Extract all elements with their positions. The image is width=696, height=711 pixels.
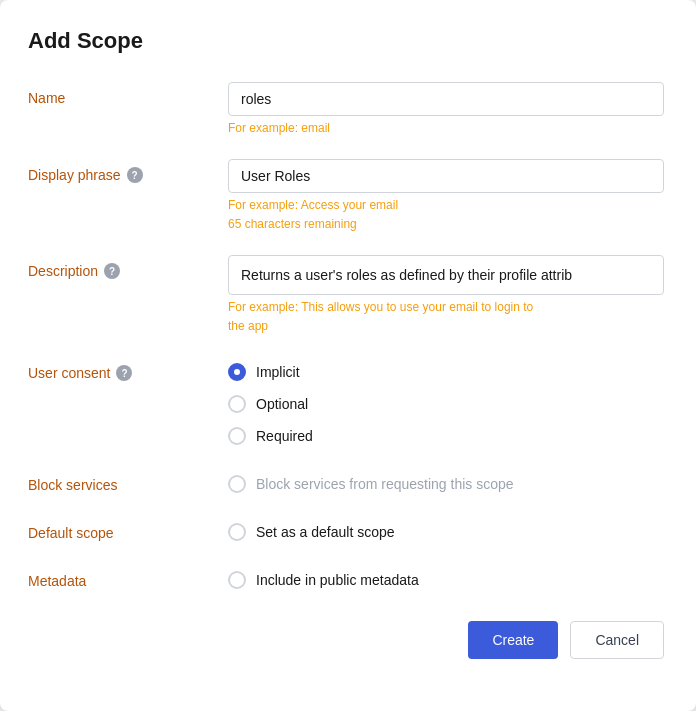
radio-implicit-label: Implicit — [256, 364, 300, 380]
metadata-checkbox — [228, 571, 246, 589]
block-services-field: Block services from requesting this scop… — [228, 469, 664, 493]
name-hint: For example: email — [228, 121, 664, 135]
block-services-checkbox-item[interactable]: Block services from requesting this scop… — [228, 469, 664, 493]
user-consent-field: Implicit Optional Required — [228, 357, 664, 445]
default-scope-label: Default scope — [28, 517, 228, 541]
description-field: For example: This allows you to use your… — [228, 255, 664, 333]
metadata-checkbox-label: Include in public metadata — [256, 572, 419, 588]
display-phrase-field: For example: Access your email 65 charac… — [228, 159, 664, 231]
default-scope-checkbox — [228, 523, 246, 541]
description-hint1: For example: This allows you to use your… — [228, 300, 664, 314]
radio-implicit-indicator — [228, 363, 246, 381]
cancel-button[interactable]: Cancel — [570, 621, 664, 659]
user-consent-help-icon[interactable]: ? — [116, 365, 132, 381]
add-scope-dialog: Add Scope Name For example: email Displa… — [0, 0, 696, 711]
description-input[interactable] — [228, 255, 664, 295]
display-phrase-row: Display phrase ? For example: Access you… — [28, 159, 664, 231]
default-scope-checkbox-label: Set as a default scope — [256, 524, 395, 540]
display-phrase-label: Display phrase ? — [28, 159, 228, 183]
dialog-title: Add Scope — [28, 28, 664, 54]
radio-item-optional[interactable]: Optional — [228, 395, 664, 413]
display-phrase-hint2: 65 characters remaining — [228, 217, 664, 231]
radio-optional-indicator — [228, 395, 246, 413]
name-input[interactable] — [228, 82, 664, 116]
block-services-label: Block services — [28, 469, 228, 493]
radio-item-implicit[interactable]: Implicit — [228, 363, 664, 381]
radio-required-indicator — [228, 427, 246, 445]
metadata-checkbox-item[interactable]: Include in public metadata — [228, 565, 664, 589]
default-scope-checkbox-item[interactable]: Set as a default scope — [228, 517, 664, 541]
radio-required-label: Required — [256, 428, 313, 444]
metadata-field: Include in public metadata — [228, 565, 664, 589]
display-phrase-hint1: For example: Access your email — [228, 198, 664, 212]
default-scope-row: Default scope Set as a default scope — [28, 517, 664, 541]
user-consent-radio-group: Implicit Optional Required — [228, 357, 664, 445]
block-services-checkbox-label: Block services from requesting this scop… — [256, 476, 514, 492]
radio-optional-label: Optional — [256, 396, 308, 412]
dialog-footer: Create Cancel — [28, 621, 664, 659]
display-phrase-input[interactable] — [228, 159, 664, 193]
name-label: Name — [28, 82, 228, 106]
metadata-label: Metadata — [28, 565, 228, 589]
block-services-row: Block services Block services from reque… — [28, 469, 664, 493]
user-consent-row: User consent ? Implicit Optional Require… — [28, 357, 664, 445]
radio-item-required[interactable]: Required — [228, 427, 664, 445]
name-field: For example: email — [228, 82, 664, 135]
metadata-row: Metadata Include in public metadata — [28, 565, 664, 589]
create-button[interactable]: Create — [468, 621, 558, 659]
description-label: Description ? — [28, 255, 228, 279]
default-scope-field: Set as a default scope — [228, 517, 664, 541]
description-hint2: the app — [228, 319, 664, 333]
name-row: Name For example: email — [28, 82, 664, 135]
description-help-icon[interactable]: ? — [104, 263, 120, 279]
user-consent-label: User consent ? — [28, 357, 228, 381]
display-phrase-help-icon[interactable]: ? — [127, 167, 143, 183]
block-services-checkbox — [228, 475, 246, 493]
description-row: Description ? For example: This allows y… — [28, 255, 664, 333]
